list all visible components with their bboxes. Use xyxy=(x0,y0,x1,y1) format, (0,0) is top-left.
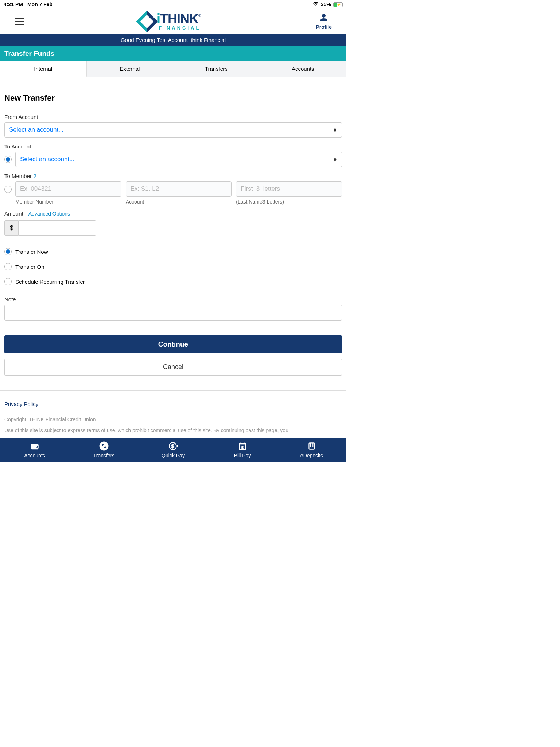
note-label: Note xyxy=(4,296,342,302)
app-header: iTHINK® FINANCIAL Profile xyxy=(0,9,346,34)
member-lastname-input[interactable] xyxy=(236,181,342,197)
menu-icon[interactable] xyxy=(15,18,24,25)
member-lastname-sublabel: (Last Name3 Letters) xyxy=(236,199,342,205)
transfer-on-radio[interactable] xyxy=(4,263,12,270)
status-time: 4:21 PM xyxy=(4,1,23,7)
section-title: New Transfer xyxy=(4,93,342,103)
svg-text:$: $ xyxy=(171,443,174,449)
member-number-sublabel: Member Number xyxy=(15,199,121,205)
member-account-sublabel: Account xyxy=(126,199,232,205)
svg-point-3 xyxy=(36,446,37,447)
tab-transfers[interactable]: Transfers xyxy=(173,61,260,77)
chevron-updown-icon: ▲▼ xyxy=(333,157,337,162)
to-account-label: To Account xyxy=(4,143,342,150)
chevron-updown-icon: ▲▼ xyxy=(333,128,337,132)
member-number-input[interactable] xyxy=(15,181,121,197)
battery-icon: ⚡ xyxy=(333,2,343,7)
transfer-now-label: Transfer Now xyxy=(15,249,48,255)
terms-text: Use of this site is subject to express t… xyxy=(4,427,342,433)
copyright-text: Copyright iTHINK Financial Credit Union xyxy=(4,417,342,422)
continue-button[interactable]: Continue xyxy=(4,335,342,353)
status-bar: 4:21 PM Mon 7 Feb 35% ⚡ xyxy=(0,0,346,9)
nav-quickpay[interactable]: $ Quick Pay xyxy=(139,441,208,458)
tab-external[interactable]: External xyxy=(87,61,174,77)
amount-input[interactable] xyxy=(18,220,96,236)
nav-edeposits[interactable]: eDeposits xyxy=(277,441,346,458)
atm-icon xyxy=(307,441,317,451)
bottom-nav: Accounts Transfers $ Quick Pay $ Bill Pa… xyxy=(0,438,346,462)
svg-point-0 xyxy=(322,14,326,18)
amount-label: Amount xyxy=(4,210,23,217)
logo-mark-icon xyxy=(136,11,158,32)
tab-accounts[interactable]: Accounts xyxy=(260,61,347,77)
advanced-options-link[interactable]: Advanced Options xyxy=(28,211,70,217)
to-account-radio[interactable] xyxy=(4,156,12,163)
cancel-button[interactable]: Cancel xyxy=(4,359,342,376)
dollar-circle-icon: $ xyxy=(168,441,178,451)
transfer-now-radio[interactable] xyxy=(4,248,12,255)
member-account-input[interactable] xyxy=(126,181,232,197)
schedule-recurring-radio[interactable] xyxy=(4,278,12,285)
to-account-value: Select an account... xyxy=(20,156,74,163)
profile-label: Profile xyxy=(316,24,332,30)
profile-button[interactable]: Profile xyxy=(316,13,332,30)
svg-text:$: $ xyxy=(241,445,244,449)
note-input[interactable] xyxy=(4,305,342,321)
nav-accounts[interactable]: Accounts xyxy=(0,441,69,458)
nav-transfers[interactable]: Transfers xyxy=(69,441,139,458)
from-account-value: Select an account... xyxy=(9,126,63,133)
tab-bar: Internal External Transfers Accounts xyxy=(0,61,346,77)
from-account-select[interactable]: Select an account... ▲▼ xyxy=(4,122,342,138)
schedule-recurring-label: Schedule Recurring Transfer xyxy=(15,279,85,285)
from-account-label: From Account xyxy=(4,114,342,120)
calendar-icon: $ xyxy=(237,441,248,451)
help-icon[interactable]: ? xyxy=(33,173,36,179)
app-logo: iTHINK® FINANCIAL xyxy=(139,12,201,30)
person-icon xyxy=(319,13,328,24)
to-member-radio[interactable] xyxy=(4,186,12,193)
svg-rect-12 xyxy=(309,443,314,449)
nav-billpay[interactable]: $ Bill Pay xyxy=(208,441,277,458)
status-date: Mon 7 Feb xyxy=(27,1,52,7)
page-title: Transfer Funds xyxy=(0,46,346,61)
to-member-label: To Member ? xyxy=(4,173,342,179)
greeting-bar: Good Evening Test Account Ithink Financi… xyxy=(0,34,346,46)
transfer-on-label: Transfer On xyxy=(15,264,44,270)
currency-prefix: $ xyxy=(4,220,18,236)
transfer-icon xyxy=(99,441,109,451)
wallet-icon xyxy=(30,441,40,451)
privacy-policy-link[interactable]: Privacy Policy xyxy=(4,401,342,407)
svg-point-4 xyxy=(100,442,108,450)
to-account-select[interactable]: Select an account... ▲▼ xyxy=(15,152,342,167)
wifi-icon xyxy=(313,1,319,7)
tab-internal[interactable]: Internal xyxy=(0,61,87,77)
battery-percent: 35% xyxy=(321,1,331,7)
